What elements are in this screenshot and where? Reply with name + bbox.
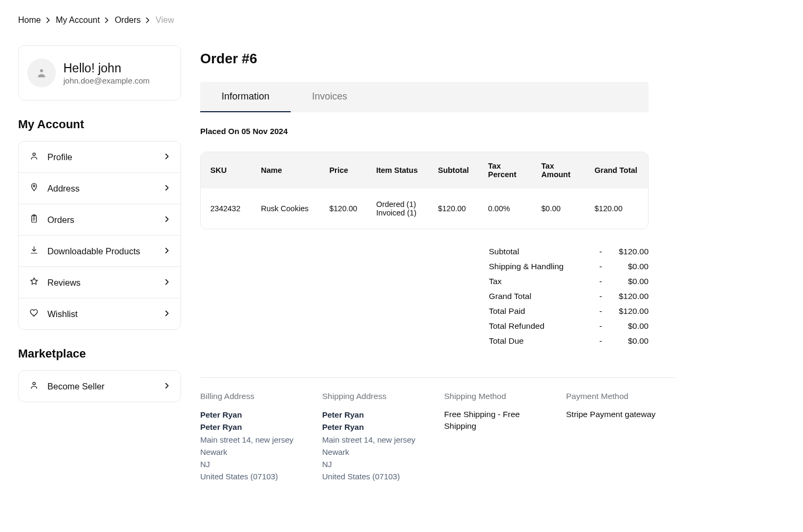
address-grid: Billing Address Peter Ryan Peter Ryan Ma… bbox=[200, 392, 675, 483]
sidebar-item-downloadable-products[interactable]: Downloadable Products bbox=[19, 235, 181, 267]
chevron-right-icon bbox=[165, 381, 170, 392]
col-tax-amount: Tax Amount bbox=[532, 152, 585, 188]
chevron-right-icon bbox=[165, 152, 170, 162]
cell-item-status: Ordered (1) Invoiced (1) bbox=[366, 188, 428, 229]
breadcrumb-orders[interactable]: Orders bbox=[114, 15, 141, 25]
totals-subtotal: Subtotal-$120.00 bbox=[489, 244, 649, 259]
sidebar-item-reviews[interactable]: Reviews bbox=[19, 267, 181, 298]
order-totals: Subtotal-$120.00 Shipping & Handling-$0.… bbox=[200, 244, 649, 348]
user-icon bbox=[29, 151, 39, 163]
avatar bbox=[27, 59, 56, 87]
location-icon bbox=[29, 182, 39, 194]
sidebar-marketplace-title: Marketplace bbox=[18, 347, 181, 361]
totals-shipping: Shipping & Handling-$0.00 bbox=[489, 259, 649, 274]
shipping-method-block: Shipping Method Free Shipping - Free Shi… bbox=[444, 392, 553, 483]
sidebar-account-menu: Profile Address bbox=[18, 141, 181, 330]
svg-point-5 bbox=[33, 383, 36, 385]
cell-name: Rusk Cookies bbox=[251, 188, 319, 229]
svg-point-0 bbox=[40, 69, 43, 72]
chevron-right-icon bbox=[165, 278, 170, 288]
cell-tax-amount: $0.00 bbox=[532, 188, 585, 229]
totals-total-refunded: Total Refunded-$0.00 bbox=[489, 319, 649, 334]
payment-method-block: Payment Method Stripe Payment gateway bbox=[566, 392, 675, 483]
clipboard-icon bbox=[29, 214, 39, 226]
col-price: Price bbox=[319, 152, 366, 188]
billing-address-block: Billing Address Peter Ryan Peter Ryan Ma… bbox=[200, 392, 309, 483]
tab-information[interactable]: Information bbox=[200, 82, 291, 112]
breadcrumb-current: View bbox=[155, 15, 174, 25]
chevron-right-icon bbox=[165, 246, 170, 256]
chevron-right-icon bbox=[165, 309, 170, 319]
table-row: 2342432 Rusk Cookies $120.00 Ordered (1)… bbox=[201, 188, 648, 229]
cell-tax-percent: 0.00% bbox=[479, 188, 532, 229]
user-email: john.doe@example.com bbox=[63, 76, 150, 85]
breadcrumb-home[interactable]: Home bbox=[18, 15, 41, 25]
user-greeting: Hello! john bbox=[63, 61, 150, 76]
totals-total-paid: Total Paid-$120.00 bbox=[489, 304, 649, 319]
page-title: Order #6 bbox=[200, 51, 785, 67]
col-item-status: Item Status bbox=[366, 152, 428, 188]
col-grand-total: Grand Total bbox=[585, 152, 648, 188]
chevron-right-icon bbox=[104, 17, 110, 23]
breadcrumb: Home My Account Orders View bbox=[18, 15, 785, 25]
download-icon bbox=[29, 245, 39, 257]
sidebar-item-become-seller[interactable]: Become Seller bbox=[19, 371, 181, 402]
cell-subtotal: $120.00 bbox=[428, 188, 478, 229]
tab-invoices[interactable]: Invoices bbox=[291, 82, 368, 112]
shipping-address-block: Shipping Address Peter Ryan Peter Ryan M… bbox=[322, 392, 431, 483]
sidebar-item-orders[interactable]: Orders bbox=[19, 204, 181, 235]
chevron-right-icon bbox=[165, 184, 170, 194]
col-tax-percent: Tax Percent bbox=[479, 152, 532, 188]
payment-method-value: Stripe Payment gateway bbox=[566, 409, 675, 420]
sidebar-item-profile[interactable]: Profile bbox=[19, 142, 181, 172]
user-icon bbox=[29, 380, 39, 392]
totals-total-due: Total Due-$0.00 bbox=[489, 334, 649, 348]
col-subtotal: Subtotal bbox=[428, 152, 478, 188]
cell-price: $120.00 bbox=[319, 188, 366, 229]
sidebar-item-address[interactable]: Address bbox=[19, 172, 181, 204]
cell-sku: 2342432 bbox=[201, 188, 251, 229]
sidebar-item-wishlist[interactable]: Wishlist bbox=[19, 298, 181, 329]
chevron-right-icon bbox=[145, 17, 151, 23]
tabs: Information Invoices bbox=[200, 82, 649, 112]
shipping-address-title: Shipping Address bbox=[322, 392, 431, 401]
payment-method-title: Payment Method bbox=[566, 392, 675, 401]
sidebar-item-label: Reviews bbox=[47, 278, 156, 288]
col-name: Name bbox=[251, 152, 319, 188]
sidebar-item-label: Downloadable Products bbox=[47, 246, 156, 256]
sidebar-account-title: My Account bbox=[18, 118, 181, 131]
cell-grand-total: $120.00 bbox=[585, 188, 648, 229]
address-section-divider bbox=[200, 377, 675, 378]
totals-tax: Tax-$0.00 bbox=[489, 274, 649, 289]
svg-point-2 bbox=[33, 185, 35, 187]
svg-point-1 bbox=[33, 153, 36, 156]
heart-icon bbox=[29, 308, 39, 320]
chevron-right-icon bbox=[165, 215, 170, 225]
chevron-right-icon bbox=[45, 17, 52, 23]
sidebar-item-label: Orders bbox=[47, 215, 156, 225]
star-icon bbox=[29, 277, 39, 288]
shipping-method-value: Free Shipping - Free Shipping bbox=[444, 409, 553, 431]
sidebar-marketplace-menu: Become Seller bbox=[18, 370, 181, 402]
billing-address-title: Billing Address bbox=[200, 392, 309, 401]
sidebar-item-label: Address bbox=[47, 184, 156, 194]
breadcrumb-my-account[interactable]: My Account bbox=[56, 15, 100, 25]
sidebar-item-label: Wishlist bbox=[47, 309, 156, 319]
order-items-table: SKU Name Price Item Status Subtotal Tax … bbox=[200, 152, 649, 229]
user-card: Hello! john john.doe@example.com bbox=[18, 45, 181, 101]
sidebar-item-label: Become Seller bbox=[47, 381, 156, 392]
shipping-method-title: Shipping Method bbox=[444, 392, 553, 401]
sidebar-item-label: Profile bbox=[47, 152, 156, 162]
placed-on: Placed On 05 Nov 2024 bbox=[200, 127, 785, 136]
totals-grand-total: Grand Total-$120.00 bbox=[489, 289, 649, 304]
col-sku: SKU bbox=[201, 152, 251, 188]
